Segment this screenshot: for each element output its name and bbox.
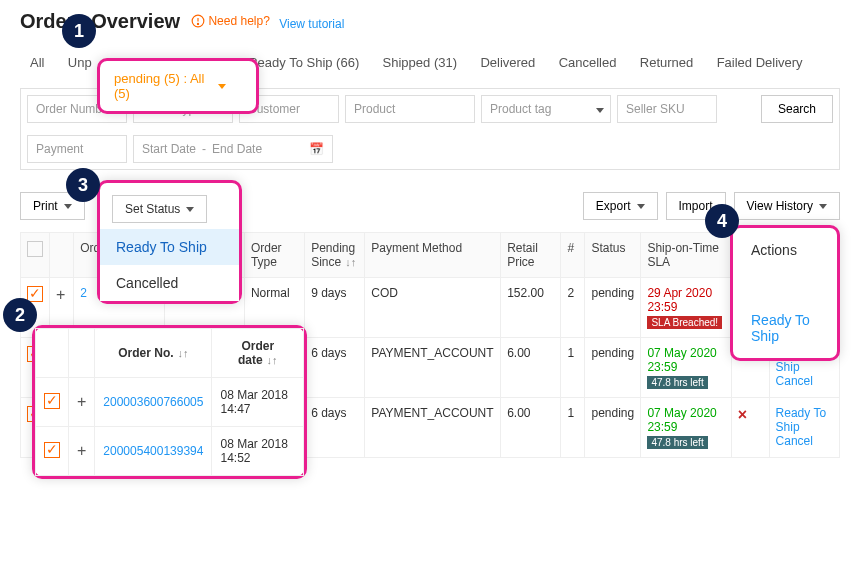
row-checkbox[interactable] (27, 286, 43, 302)
sort-icon: ↓↑ (345, 256, 356, 268)
table-row: + 200005400139394 08 Mar 2018 14:52 (36, 427, 304, 476)
col-qty: # (561, 233, 585, 278)
actions-cell: Ready To Ship Cancel (769, 398, 839, 458)
callout-set-status: Set Status Ready To Ship Cancelled (97, 180, 242, 304)
annotation-badge-2: 2 (3, 298, 37, 332)
callout-pending-tab: pending (5) : All (5) (97, 58, 259, 114)
col-payment-method: Payment Method (365, 233, 501, 278)
sla-cell: 07 May 2020 23:59 47.8 hrs left (641, 398, 731, 458)
chevron-down-icon (637, 204, 645, 209)
order-date-cell: 08 Mar 2018 14:47 (212, 378, 304, 427)
col-retail-price: Retail Price (501, 233, 561, 278)
retail-price-cell: 152.00 (501, 278, 561, 338)
product-tag-select[interactable]: Product tag (481, 95, 611, 123)
pending-since-cell: 9 days (305, 278, 365, 338)
row-checkbox[interactable] (44, 442, 60, 458)
qty-cell: 2 (561, 278, 585, 338)
col-order-date[interactable]: Order date↓↑ (212, 329, 304, 378)
menu-item-cancelled[interactable]: Cancelled (100, 265, 239, 301)
chevron-down-icon (819, 204, 827, 209)
product-input[interactable]: Product (345, 95, 475, 123)
order-no-link[interactable]: 200003600766005 (95, 378, 212, 427)
close-icon[interactable]: × (738, 406, 747, 423)
actions-header: Actions (751, 242, 819, 258)
chevron-down-icon (218, 84, 226, 89)
expand-row-button[interactable]: + (56, 286, 65, 303)
menu-item-ready-to-ship[interactable]: Ready To Ship (100, 229, 239, 265)
pending-since-cell: 6 days (305, 398, 365, 458)
view-history-button[interactable]: View History (734, 192, 840, 220)
sort-icon: ↓↑ (178, 347, 189, 359)
view-tutorial-link[interactable]: View tutorial (279, 17, 344, 31)
payment-input[interactable]: Payment (27, 135, 127, 163)
table-header-row: Order No.↓↑ Order date↓↑ (36, 329, 304, 378)
chevron-down-icon (64, 204, 72, 209)
col-pending-since[interactable]: Pending Since↓↑ (305, 233, 365, 278)
table-row: + 200003600766005 08 Mar 2018 14:47 (36, 378, 304, 427)
svg-point-2 (198, 23, 199, 24)
callout-actions: Actions Ready To Ship (730, 225, 840, 361)
date-range-input[interactable]: Start Date-End Date 📅 (133, 135, 333, 163)
annotation-badge-3: 3 (66, 168, 100, 202)
qty-cell: 1 (561, 398, 585, 458)
chevron-down-icon (186, 207, 194, 212)
tab-returned[interactable]: Returned (630, 47, 703, 78)
qty-cell: 1 (561, 338, 585, 398)
ready-to-ship-action[interactable]: Ready To Ship (751, 312, 819, 344)
set-status-menu: Ready To Ship Cancelled (100, 229, 239, 301)
retail-price-cell: 6.00 (501, 338, 561, 398)
col-status: Status (585, 233, 641, 278)
tab-shipped[interactable]: Shipped (31) (373, 47, 467, 78)
status-cell: pending (585, 338, 641, 398)
pending-since-cell: 6 days (305, 338, 365, 398)
order-date-cell: 08 Mar 2018 14:52 (212, 427, 304, 476)
row-checkbox[interactable] (44, 393, 60, 409)
sort-icon: ↓↑ (267, 354, 278, 366)
cancel-action[interactable]: Cancel (776, 434, 833, 448)
expand-row-button[interactable]: + (77, 393, 86, 410)
tab-failed-delivery[interactable]: Failed Delivery (707, 47, 813, 78)
status-cell: pending (585, 398, 641, 458)
set-status-button[interactable]: Set Status (112, 195, 207, 223)
tab-cancelled[interactable]: Cancelled (549, 47, 627, 78)
col-order-no[interactable]: Order No.↓↑ (95, 329, 212, 378)
callout-selected-rows: Order No.↓↑ Order date↓↑ + 2000036007660… (32, 325, 307, 479)
select-all-checkbox[interactable] (27, 241, 43, 257)
payment-method-cell: PAYMENT_ACCOUNT (365, 398, 501, 458)
status-cell: pending (585, 278, 641, 338)
expand-row-button[interactable]: + (77, 442, 86, 459)
help-block: Need help? View tutorial (191, 17, 344, 31)
cancel-action[interactable]: Cancel (776, 374, 833, 388)
payment-method-cell: COD (365, 278, 501, 338)
need-help-link[interactable]: Need help? (191, 14, 269, 28)
page-title: Orders Overview (20, 10, 180, 33)
retail-price-cell: 6.00 (501, 398, 561, 458)
tab-delivered[interactable]: Delivered (470, 47, 545, 78)
tab-unp[interactable]: Unp (58, 47, 102, 78)
sla-cell: 07 May 2020 23:59 47.8 hrs left (641, 338, 731, 398)
tab-all[interactable]: All (20, 47, 54, 78)
export-button[interactable]: Export (583, 192, 658, 220)
alert-icon (191, 14, 205, 28)
annotation-badge-1: 1 (62, 14, 96, 48)
chevron-down-icon (596, 102, 604, 116)
sla-cell: 29 Apr 2020 23:59 SLA Breached! (641, 278, 731, 338)
annotation-badge-4: 4 (705, 204, 739, 238)
calendar-icon: 📅 (309, 142, 324, 156)
order-no-link[interactable]: 200005400139394 (95, 427, 212, 476)
tab-pending-dropdown[interactable]: pending (5) : All (5) (100, 61, 256, 111)
col-order-type: Order Type (244, 233, 304, 278)
seller-sku-input[interactable]: Seller SKU (617, 95, 717, 123)
col-ship-sla: Ship-on-Time SLA (641, 233, 731, 278)
payment-method-cell: PAYMENT_ACCOUNT (365, 338, 501, 398)
ready-to-ship-action[interactable]: Ready To Ship (776, 406, 833, 434)
search-button[interactable]: Search (761, 95, 833, 123)
